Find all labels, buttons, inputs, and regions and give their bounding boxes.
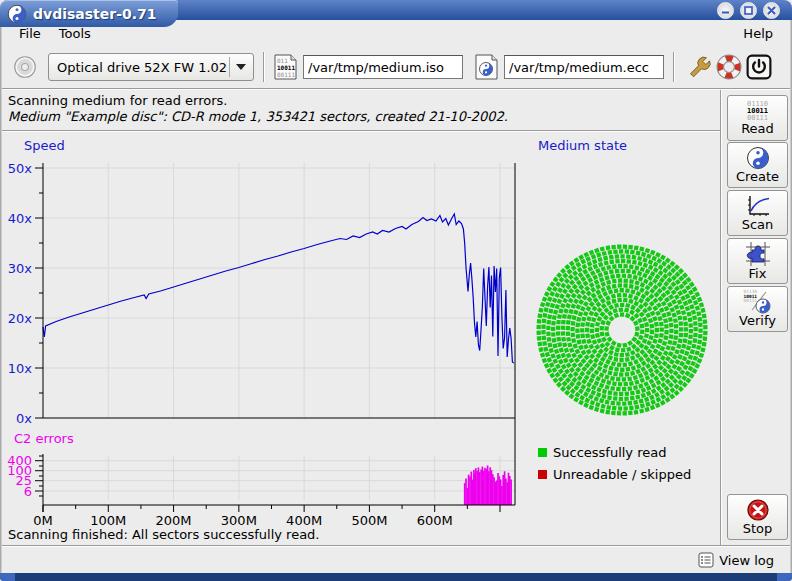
svg-text:50x: 50x — [8, 161, 33, 176]
read-button-label: Read — [741, 122, 774, 136]
resize-grip-left[interactable] — [0, 573, 15, 581]
verify-icon: 01110 10011 00111 — [744, 290, 772, 314]
view-log-label: View log — [719, 553, 774, 568]
svg-text:400: 400 — [7, 453, 32, 468]
read-button[interactable]: 01110 10011 00111 Read — [727, 95, 788, 141]
svg-text:500M: 500M — [351, 513, 387, 528]
log-list-icon — [698, 552, 714, 568]
fix-button[interactable]: Fix — [727, 238, 788, 284]
wrench-icon — [686, 54, 712, 80]
svg-text:0x: 0x — [16, 411, 32, 426]
iso-path-field[interactable] — [303, 55, 463, 79]
svg-text:25: 25 — [15, 473, 32, 488]
window-bottom-border[interactable] — [0, 573, 792, 581]
title-tab: dvdisaster-0.71 — [0, 0, 178, 27]
maximize-icon — [744, 6, 753, 15]
bottom-bar: View log — [2, 547, 790, 573]
svg-text:300M: 300M — [221, 513, 257, 528]
fix-button-label: Fix — [749, 267, 767, 281]
help-button[interactable] — [714, 52, 744, 82]
scan-button-label: Scan — [742, 218, 774, 232]
medium-state-title: Medium state — [538, 138, 627, 153]
legend-green-swatch — [538, 448, 547, 457]
svg-text:0M: 0M — [33, 513, 53, 528]
separator-under-header — [2, 130, 720, 132]
toolbar: Optical drive 52X FW 1.02 011 10011 0011… — [2, 46, 790, 88]
create-button-label: Create — [736, 170, 779, 184]
lifebuoy-icon — [716, 54, 742, 80]
app-yin-yang-icon — [7, 4, 27, 24]
separator-under-toolbar — [2, 88, 790, 90]
app-window: dvdisaster-0.71 File Tools Help Optical … — [0, 0, 792, 581]
resize-grip-right[interactable] — [777, 573, 792, 581]
c2-errors-title: C2 errors — [14, 431, 74, 446]
scan-button[interactable]: Scan — [727, 190, 788, 236]
drive-selector[interactable]: Optical drive 52X FW 1.02 — [48, 53, 254, 81]
svg-text:30x: 30x — [8, 261, 33, 276]
svg-text:20x: 20x — [8, 311, 33, 326]
create-button[interactable]: Create — [727, 142, 788, 188]
combo-divider — [229, 57, 230, 77]
speed-chart-title: Speed — [24, 138, 65, 153]
stop-cross-icon — [746, 498, 770, 522]
legend-unreadable-label: Unreadable / skipped — [553, 467, 691, 482]
menu-help[interactable]: Help — [734, 25, 782, 42]
iso-file-icon: 011 10011 00111 — [274, 54, 297, 80]
close-icon — [767, 6, 776, 15]
ecc-path-field[interactable] — [504, 55, 664, 79]
legend-row-unreadable: Unreadable / skipped — [538, 463, 691, 485]
toolbar-separator2 — [673, 52, 675, 82]
quit-button[interactable] — [744, 52, 774, 82]
svg-text:10011: 10011 — [277, 64, 295, 71]
stop-button-label: Stop — [743, 522, 773, 536]
legend-read-label: Successfully read — [553, 445, 666, 460]
svg-text:200M: 200M — [156, 513, 192, 528]
minimize-icon — [721, 6, 730, 15]
drive-eject-button[interactable] — [10, 52, 40, 82]
svg-text:100M: 100M — [90, 513, 126, 528]
menu-file[interactable]: File — [10, 25, 50, 42]
toolbar-separator — [263, 52, 265, 82]
minimize-button[interactable] — [717, 2, 734, 19]
maximize-button[interactable] — [740, 2, 757, 19]
puzzle-icon — [745, 241, 771, 267]
drive-eject-icon — [12, 54, 38, 80]
finish-status-line: Scanning finished: All sectors successfu… — [8, 527, 320, 542]
svg-text:600M: 600M — [417, 513, 453, 528]
window-title: dvdisaster-0.71 — [33, 6, 157, 22]
yin-yang-icon — [746, 146, 770, 170]
view-log-button[interactable]: View log — [694, 550, 778, 570]
chevron-down-icon — [235, 63, 247, 71]
svg-text:011: 011 — [277, 57, 288, 64]
menu-tools[interactable]: Tools — [50, 25, 100, 42]
verify-button-label: Verify — [739, 314, 776, 328]
svg-text:00111: 00111 — [277, 71, 295, 78]
ecc-file-icon — [475, 54, 498, 80]
svg-text:100: 100 — [7, 463, 32, 478]
scan-chart-icon — [745, 194, 771, 218]
svg-text:40x: 40x — [8, 211, 33, 226]
medium-info-line: Medium "Example disc": CD-R mode 1, 3534… — [8, 109, 508, 124]
scan-status-line: Scanning medium for read errors. — [8, 93, 227, 108]
stop-button[interactable]: Stop — [727, 494, 788, 540]
power-icon — [746, 54, 772, 80]
svg-text:400M: 400M — [286, 513, 322, 528]
verify-button[interactable]: 01110 10011 00111 Verify — [727, 286, 788, 332]
drive-selector-value: Optical drive 52X FW 1.02 — [57, 60, 229, 75]
svg-text:10x: 10x — [8, 361, 33, 376]
legend-red-swatch — [538, 470, 547, 479]
preferences-button[interactable] — [684, 52, 714, 82]
svg-text:6: 6 — [24, 484, 32, 499]
sidebar-separator — [720, 90, 722, 545]
medium-state-legend: Successfully read Unreadable / skipped — [538, 441, 691, 485]
binary-lines-icon: 01110 10011 00111 — [747, 101, 768, 122]
legend-row-read: Successfully read — [538, 441, 691, 463]
window-left-border — [0, 20, 2, 573]
close-button[interactable] — [763, 2, 780, 19]
